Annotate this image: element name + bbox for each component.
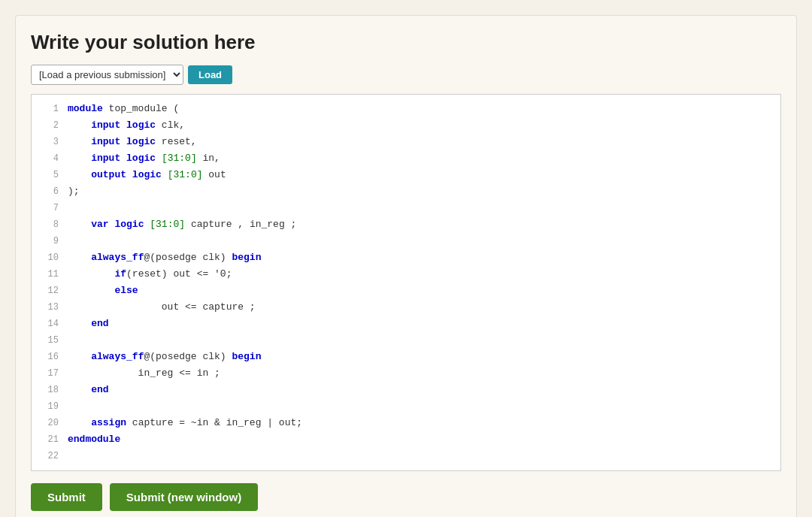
code-line: 2 input logic clk,	[32, 117, 780, 134]
code-line: 22	[32, 448, 780, 464]
page-title: Write your solution here	[31, 31, 781, 54]
toolbar: [Load a previous submission] Load	[31, 65, 781, 85]
main-container: Write your solution here [Load a previou…	[15, 15, 797, 517]
code-line: 15	[32, 332, 780, 349]
code-line: 21 endmodule	[32, 431, 780, 448]
code-line: 7	[32, 200, 780, 216]
code-line: 1 module top_module (	[32, 101, 780, 117]
code-editor[interactable]: 1 module top_module ( 2 input logic clk,…	[31, 94, 781, 471]
code-line: 12 else	[32, 283, 780, 299]
submit-new-window-button[interactable]: Submit (new window)	[110, 483, 258, 511]
code-line: 14 end	[32, 316, 780, 332]
submission-select[interactable]: [Load a previous submission]	[31, 65, 183, 85]
code-line: 5 output logic [31:0] out	[32, 167, 780, 183]
code-line: 10 always_ff@(posedge clk) begin	[32, 249, 780, 266]
load-button[interactable]: Load	[188, 65, 232, 84]
code-line: 3 input logic reset,	[32, 134, 780, 150]
submit-button[interactable]: Submit	[31, 483, 102, 511]
code-line: 18 end	[32, 382, 780, 398]
code-line: 13 out <= capture ;	[32, 299, 780, 316]
code-line: 6 );	[32, 183, 780, 200]
code-line: 16 always_ff@(posedge clk) begin	[32, 349, 780, 365]
code-line: 9	[32, 233, 780, 249]
buttons-row: Submit Submit (new window)	[31, 483, 781, 511]
code-line: 19	[32, 398, 780, 415]
code-line: 8 var logic [31:0] capture , in_reg ;	[32, 216, 780, 233]
code-line: 11 if(reset) out <= '0;	[32, 266, 780, 283]
code-line: 4 input logic [31:0] in,	[32, 150, 780, 167]
code-line: 20 assign capture = ~in & in_reg | out;	[32, 415, 780, 431]
code-line: 17 in_reg <= in ;	[32, 365, 780, 382]
